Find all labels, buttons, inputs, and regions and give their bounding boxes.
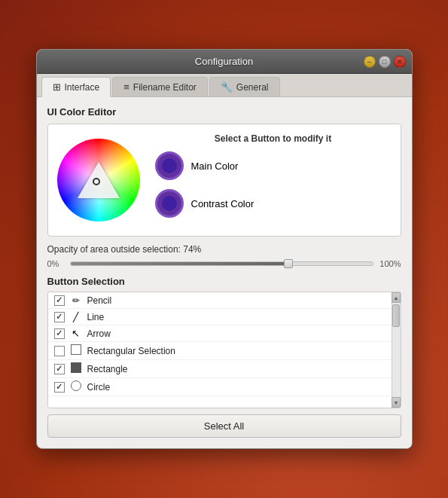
color-buttons-panel: Select a Button to modify it Main Color … [155,133,392,227]
check-rectangle: ✓ [56,364,62,374]
tab-bar: ⊞ Interface ≡ Filename Editor 🔧 General [37,74,412,97]
checkbox-arrow[interactable]: ✓ [54,328,65,339]
main-color-label: Main Color [191,160,239,172]
button-list: ✓ Pencil ✓ Line ✓ [48,292,392,408]
tab-general[interactable]: 🔧 General [209,77,280,96]
selector-dot[interactable] [93,178,100,185]
minimize-icon: – [367,58,371,66]
maximize-button[interactable]: □ [379,56,391,68]
scrollbar-up-button[interactable]: ▲ [392,292,401,303]
opacity-max-label: 100% [379,259,401,268]
list-item-arrow[interactable]: ✓ Arrow [48,325,392,342]
opacity-slider-fill [71,262,288,265]
general-tab-label: General [236,82,269,93]
button-selection-label: Button Selection [47,276,401,287]
contrast-color-button[interactable] [155,189,184,218]
close-button[interactable]: ✕ [394,56,406,68]
checkbox-pencil[interactable]: ✓ [54,295,65,306]
configuration-window: Configuration – □ ✕ ⊞ Interface ≡ Filena… [36,49,413,449]
close-icon: ✕ [397,58,403,66]
contrast-color-inner [162,196,177,211]
scrollbar-thumb[interactable] [392,304,400,327]
titlebar-buttons: – □ ✕ [364,56,406,68]
main-color-inner [162,158,177,173]
window-title: Configuration [195,56,253,67]
general-tab-icon: 🔧 [221,81,233,93]
tab-interface[interactable]: ⊞ Interface [41,77,111,97]
arrow-label: Arrow [87,328,111,339]
scrollbar-track: ▲ ▼ [392,292,401,408]
check-pencil: ✓ [56,295,62,305]
line-icon [69,311,83,322]
maximize-icon: □ [382,58,386,66]
opacity-slider-row: 0% 100% [47,259,401,268]
filename-tab-label: Filename Editor [133,82,197,93]
checkbox-line[interactable]: ✓ [54,312,65,322]
pencil-label: Pencil [87,295,112,306]
select-all-button[interactable]: Select All [47,414,401,438]
rectangle-label: Rectangle [87,364,128,374]
minimize-button[interactable]: – [364,56,376,68]
contrast-color-label: Contrast Color [191,198,254,209]
filename-tab-icon: ≡ [123,81,130,93]
color-wheel[interactable] [57,139,140,222]
list-item-line[interactable]: ✓ Line [48,309,392,325]
rectangle-icon [69,362,83,375]
circle-label: Circle [87,382,111,393]
list-item-pencil[interactable]: ✓ Pencil [48,292,392,309]
titlebar: Configuration – □ ✕ [37,50,412,74]
list-item-rect-selection[interactable]: Rectangular Selection [48,342,392,360]
main-color-button[interactable] [155,151,184,180]
rect-selection-label: Rectangular Selection [87,346,175,356]
button-list-container: ✓ Pencil ✓ Line ✓ [47,292,401,408]
opacity-slider-track[interactable] [70,261,374,266]
tab-content: UI Color Editor Select a Button to modif… [37,97,412,448]
interface-tab-label: Interface [65,82,100,93]
check-line: ✓ [56,312,62,322]
tab-filename-editor[interactable]: ≡ Filename Editor [112,77,208,96]
rect-selection-icon [69,344,83,357]
opacity-min-label: 0% [47,259,64,268]
contrast-color-row: Contrast Color [155,189,392,218]
ui-color-editor-label: UI Color Editor [47,106,401,118]
list-item-rectangle[interactable]: ✓ Rectangle [48,360,392,378]
select-button-label: Select a Button to modify it [155,133,392,144]
check-circle: ✓ [56,382,62,392]
color-editor-box: Select a Button to modify it Main Color … [47,124,401,237]
opacity-label: Opacity of area outside selection: 74% [47,244,401,255]
list-item-circle[interactable]: ✓ Circle [48,378,392,396]
checkbox-rectangle[interactable]: ✓ [54,364,65,374]
scrollbar-down-button[interactable]: ▼ [392,397,401,408]
color-wheel-container[interactable] [57,139,140,222]
pencil-icon [69,295,83,306]
check-arrow: ✓ [56,328,62,338]
interface-tab-icon: ⊞ [53,81,61,93]
color-editor-inner: Select a Button to modify it Main Color … [57,133,392,227]
checkbox-circle[interactable]: ✓ [54,382,65,393]
opacity-slider-thumb[interactable] [284,259,293,268]
main-color-row: Main Color [155,151,392,180]
line-label: Line [87,312,105,322]
circle-icon [69,380,83,393]
checkbox-rect-selection[interactable] [54,346,65,356]
arrow-icon [69,328,83,339]
